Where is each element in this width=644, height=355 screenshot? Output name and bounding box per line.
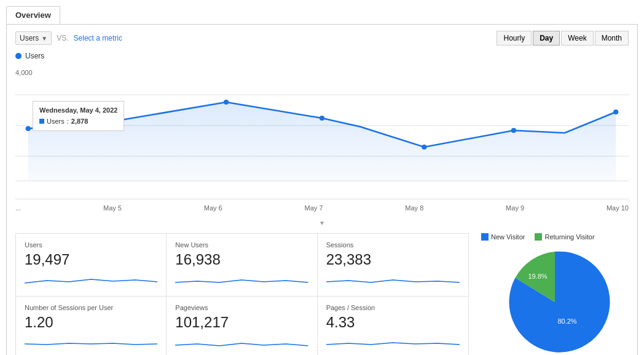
data-point — [613, 110, 618, 114]
metric-card-pageviews: Pageviews 101,217 — [167, 297, 317, 355]
legend-color-returning-icon — [535, 233, 542, 241]
mini-chart-pages-session — [326, 335, 460, 349]
pie-section: New Visitor Returning Visitor — [469, 233, 629, 355]
metric-label-sessions: Sessions — [326, 241, 460, 249]
legend-item-returning: Returning Visitor — [535, 233, 594, 241]
metrics-section: Users 19,497 New Users 16,938 Sessions 2… — [15, 233, 629, 355]
metric-value-sessions: 23,383 — [326, 251, 460, 268]
x-label-4: May 8 — [405, 204, 423, 212]
time-btn-hourly[interactable]: Hourly — [497, 31, 532, 46]
time-btn-month[interactable]: Month — [595, 31, 629, 46]
tooltip-metric: Users — [47, 116, 65, 127]
pie-label-new: 80.2% — [557, 317, 576, 325]
controls-row: Users ▼ VS. Select a metric Hourly Day W… — [15, 31, 629, 46]
metric-card-sessions-per-user: Number of Sessions per User 1.20 — [16, 297, 167, 355]
x-label-1: May 5 — [103, 204, 122, 212]
x-axis: ... May 5 May 6 May 7 May 8 May 9 May 10 — [15, 202, 629, 217]
pie-chart-wrapper: 80.2% 19.8% — [500, 247, 610, 355]
pie-chart-svg: 80.2% 19.8% — [500, 247, 610, 355]
time-btn-day[interactable]: Day — [533, 31, 560, 46]
dropdown-arrow-icon: ▼ — [41, 35, 47, 42]
data-point — [224, 100, 229, 105]
legend-label-new: New Visitor — [491, 233, 525, 241]
tab-overview[interactable]: Overview — [6, 6, 60, 24]
metric-label-pageviews: Pageviews — [175, 304, 308, 311]
legend-color-new-icon — [481, 233, 489, 241]
mini-chart-users — [25, 272, 157, 287]
metric-selector[interactable]: Users ▼ — [15, 31, 52, 45]
metric-value-new-users: 16,938 — [175, 251, 308, 268]
y-axis-label: 4,000 — [15, 69, 33, 76]
scroll-chevron-icon: ▼ — [319, 220, 325, 226]
metrics-grid: Users 19,497 New Users 16,938 Sessions 2… — [15, 233, 469, 355]
tooltip-date: Wednesday, May 4, 2022 — [39, 105, 117, 116]
legend-item-new: New Visitor — [481, 233, 525, 241]
chart-area: 4,000 — [15, 64, 629, 199]
metric-value-pages-session: 4.33 — [326, 314, 460, 331]
x-label-2: May 6 — [204, 204, 222, 212]
metric-label-users: Users — [25, 241, 157, 249]
pie-legend: New Visitor Returning Visitor — [481, 233, 629, 241]
metric-card-new-users: New Users 16,938 — [167, 234, 317, 297]
data-point — [422, 145, 426, 150]
metric-selector-label: Users — [20, 34, 39, 42]
pie-label-returning: 19.8% — [528, 273, 547, 280]
scroll-indicator: ▼ — [15, 218, 629, 227]
data-point — [26, 126, 31, 131]
legend-dot-icon — [15, 53, 22, 59]
metric-label-sessions-per-user: Number of Sessions per User — [25, 304, 157, 311]
x-label-3: May 7 — [305, 204, 323, 212]
mini-chart-new-users — [175, 272, 308, 287]
mini-chart-pageviews — [175, 335, 308, 349]
metric-card-users: Users 19,497 — [16, 234, 167, 297]
chart-legend-label: Users — [25, 52, 44, 60]
chart-legend: Users — [15, 52, 629, 60]
tooltip-number: 2,878 — [71, 116, 88, 127]
data-point — [320, 116, 324, 121]
tooltip-value: Users: 2,878 — [39, 116, 117, 127]
metric-value-sessions-per-user: 1.20 — [25, 314, 157, 331]
metric-label-new-users: New Users — [175, 241, 308, 249]
metric-value-pageviews: 101,217 — [175, 314, 308, 331]
metric-card-pages-session: Pages / Session 4.33 — [318, 297, 468, 355]
x-label-5: May 9 — [506, 204, 524, 212]
vs-label: VS. — [57, 34, 68, 42]
select-metric-link[interactable]: Select a metric — [74, 34, 122, 42]
tooltip-square-icon — [39, 119, 44, 124]
metric-label-pages-session: Pages / Session — [326, 304, 460, 311]
x-label-6: May 10 — [607, 204, 629, 212]
mini-chart-sessions — [326, 272, 460, 287]
metric-card-sessions: Sessions 23,383 — [318, 234, 468, 297]
chart-tooltip: Wednesday, May 4, 2022 Users: 2,878 — [33, 101, 124, 131]
line-chart-svg — [15, 76, 629, 193]
x-label-0: ... — [15, 204, 21, 212]
mini-chart-sessions-per-user — [25, 335, 157, 349]
time-btn-week[interactable]: Week — [561, 31, 593, 46]
data-point — [511, 128, 516, 133]
legend-label-returning: Returning Visitor — [544, 233, 594, 241]
metric-value-users: 19,497 — [25, 251, 157, 268]
time-buttons: Hourly Day Week Month — [497, 31, 629, 46]
